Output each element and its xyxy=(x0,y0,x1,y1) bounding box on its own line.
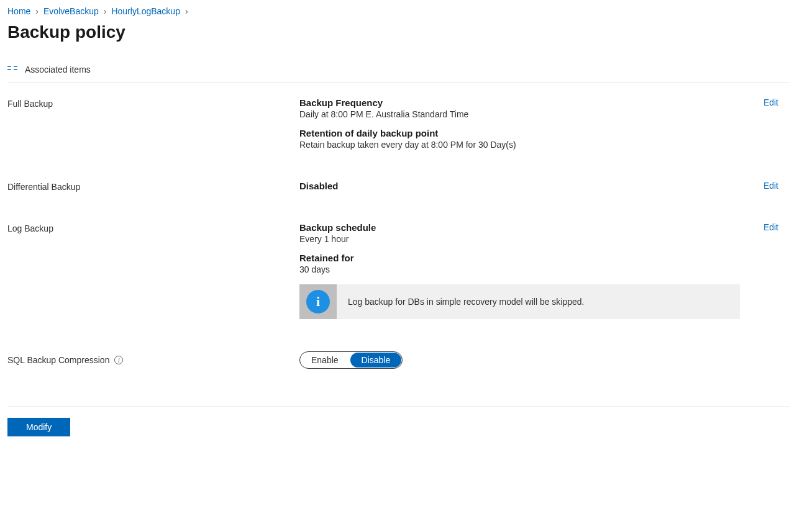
full-backup-section: Full Backup Backup Frequency Daily at 8:… xyxy=(7,83,790,173)
toolbar: Associated items xyxy=(7,60,790,83)
differential-backup-label: Differential Backup xyxy=(7,181,287,200)
sql-backup-compression-row: SQL Backup Compression i Enable Disable xyxy=(7,334,790,394)
log-backup-info-text: Log backup for DBs in simple recovery mo… xyxy=(337,284,596,319)
chevron-right-icon: › xyxy=(104,6,107,16)
differential-backup-status: Disabled xyxy=(299,181,740,191)
info-outline-icon[interactable]: i xyxy=(114,356,123,364)
log-backup-schedule-heading: Backup schedule xyxy=(299,222,740,233)
chevron-right-icon: › xyxy=(35,6,39,16)
full-backup-retention-value: Retain backup taken every day at 8:00 PM… xyxy=(299,140,740,150)
sql-compression-label: SQL Backup Compression xyxy=(7,355,109,365)
log-backup-section: Log Backup Backup schedule Every 1 hour … xyxy=(7,215,790,334)
differential-backup-section: Differential Backup Disabled Edit xyxy=(7,173,790,215)
sql-compression-enable-option[interactable]: Enable xyxy=(300,352,350,368)
log-backup-retained-heading: Retained for xyxy=(299,253,740,263)
full-backup-label: Full Backup xyxy=(7,97,287,158)
breadcrumb-vault[interactable]: EvolveBackup xyxy=(43,6,99,16)
full-backup-frequency-value: Daily at 8:00 PM E. Australia Standard T… xyxy=(299,109,740,119)
sql-compression-disable-option[interactable]: Disable xyxy=(350,353,402,367)
edit-differential-backup-link[interactable]: Edit xyxy=(763,181,778,191)
log-backup-label: Log Backup xyxy=(7,222,287,319)
page-title: Backup policy xyxy=(7,22,790,42)
full-backup-retention-heading: Retention of daily backup point xyxy=(299,128,740,138)
info-icon: i xyxy=(306,290,330,313)
log-backup-schedule-value: Every 1 hour xyxy=(299,234,740,244)
breadcrumb-home[interactable]: Home xyxy=(7,6,30,16)
full-backup-frequency-heading: Backup Frequency xyxy=(299,97,740,108)
edit-log-backup-link[interactable]: Edit xyxy=(763,222,778,232)
log-backup-info-banner: i Log backup for DBs in simple recovery … xyxy=(299,284,740,319)
footer: Modify xyxy=(7,406,790,449)
list-icon xyxy=(7,65,19,74)
modify-button[interactable]: Modify xyxy=(7,418,70,436)
chevron-right-icon: › xyxy=(185,6,188,16)
breadcrumb: Home › EvolveBackup › HourlyLogBackup › xyxy=(7,0,790,20)
sql-compression-toggle: Enable Disable xyxy=(299,351,403,369)
edit-full-backup-link[interactable]: Edit xyxy=(763,97,778,107)
log-backup-retained-value: 30 days xyxy=(299,264,740,274)
breadcrumb-policy[interactable]: HourlyLogBackup xyxy=(111,6,180,16)
associated-items-button[interactable]: Associated items xyxy=(25,65,91,74)
